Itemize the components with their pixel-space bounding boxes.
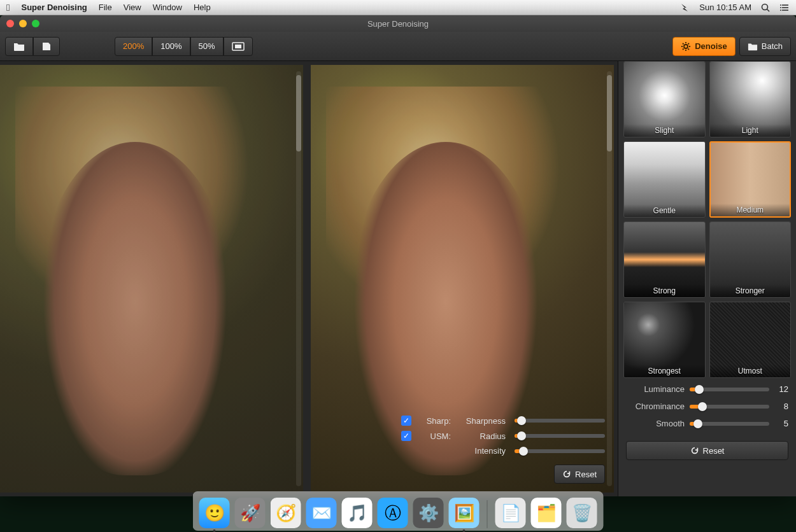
spotlight-icon[interactable] xyxy=(760,3,771,13)
chrominance-slider[interactable] xyxy=(690,405,769,409)
scrollbar-vertical[interactable] xyxy=(296,71,301,486)
menu-window[interactable]: Window xyxy=(153,3,182,12)
dock-trash[interactable]: 🗑️ xyxy=(567,498,597,528)
menu-view[interactable]: View xyxy=(124,3,141,12)
sharpening-panel: ✓ Sharp: Sharpness ✓ USM: Radius Intensi… xyxy=(401,416,605,484)
zoom-50[interactable]: 50% xyxy=(190,37,224,56)
radius-label: Radius xyxy=(457,431,508,441)
app-window: Super Denoising 200% 100% 50% Denoise xyxy=(0,15,796,496)
menu-file[interactable]: File xyxy=(99,3,112,12)
preset-gentle[interactable]: Gentle xyxy=(623,141,706,218)
dock-itunes[interactable]: 🎵 xyxy=(342,498,373,528)
preset-stronger[interactable]: Stronger xyxy=(709,221,792,298)
svg-point-5 xyxy=(780,4,781,6)
side-panel: Slight Light Gentle Medium Strong Strong… xyxy=(618,61,796,496)
menubar-clock[interactable]: Sun 10:15 AM xyxy=(699,3,751,12)
dock-folder[interactable]: 🗂️ xyxy=(531,498,562,528)
folder-icon xyxy=(13,42,25,51)
zoom-fit[interactable] xyxy=(224,37,253,56)
svg-point-10 xyxy=(684,45,688,48)
window-titlebar[interactable]: Super Denoising xyxy=(0,15,796,32)
scrollbar-vertical[interactable] xyxy=(607,71,612,486)
zoom-200[interactable]: 200% xyxy=(115,37,152,56)
gear-icon xyxy=(681,41,691,52)
radius-slider[interactable] xyxy=(515,434,605,438)
preset-strong[interactable]: Strong xyxy=(623,221,706,298)
macos-dock: 🙂 🚀 🧭 ✉️ 🎵 Ⓐ ⚙️ 🖼️ 📄 🗂️ 🗑️ xyxy=(193,491,604,531)
tab-batch[interactable]: Batch xyxy=(739,37,791,56)
tab-denoise[interactable]: Denoise xyxy=(672,37,736,56)
intensity-label: Intensity xyxy=(457,446,508,456)
dock-document[interactable]: 📄 xyxy=(495,498,526,528)
fit-screen-icon xyxy=(232,42,245,51)
sharpness-slider[interactable] xyxy=(515,419,605,423)
dock-mail[interactable]: ✉️ xyxy=(306,498,337,528)
dock-settings[interactable]: ⚙️ xyxy=(413,498,444,528)
svg-line-16 xyxy=(688,48,690,50)
preview-processed[interactable]: ✓ Sharp: Sharpness ✓ USM: Radius Intensi… xyxy=(311,65,614,493)
preview-area: ✓ Sharp: Sharpness ✓ USM: Radius Intensi… xyxy=(0,61,618,496)
open-button[interactable] xyxy=(5,37,33,56)
preset-utmost[interactable]: Utmost xyxy=(709,302,792,378)
preview-original[interactable] xyxy=(0,65,303,493)
luminance-label: Luminance xyxy=(626,384,685,394)
chrominance-value: 8 xyxy=(774,402,788,411)
overlay-reset-button[interactable]: Reset xyxy=(554,465,605,484)
chrominance-label: Chrominance xyxy=(626,402,685,411)
preset-grid: Slight Light Gentle Medium Strong Strong… xyxy=(618,61,796,378)
svg-point-0 xyxy=(762,4,768,10)
dock-launchpad[interactable]: 🚀 xyxy=(235,498,266,528)
dock-finder[interactable]: 🙂 xyxy=(199,498,230,528)
window-minimize-button[interactable] xyxy=(19,20,27,27)
smooth-value: 5 xyxy=(774,419,788,428)
preset-light[interactable]: Light xyxy=(709,61,792,137)
dock-preview[interactable]: 🖼️ xyxy=(449,498,480,528)
menubar-app-name[interactable]: Super Denoising xyxy=(21,3,87,12)
macos-menubar:  Super Denoising File View Window Help … xyxy=(0,0,796,15)
svg-point-7 xyxy=(780,10,781,11)
luminance-value: 12 xyxy=(774,384,788,394)
luminance-slider[interactable] xyxy=(690,388,769,391)
usm-checkbox[interactable]: ✓ xyxy=(401,431,411,441)
svg-rect-9 xyxy=(235,45,241,48)
svg-line-1 xyxy=(767,9,770,11)
apple-menu-icon[interactable]:  xyxy=(6,2,10,13)
zoom-group: 200% 100% 50% xyxy=(115,37,253,56)
toolbar: 200% 100% 50% Denoise Batch xyxy=(0,32,796,61)
save-icon xyxy=(41,41,52,52)
menubar-list-icon[interactable] xyxy=(779,3,790,13)
save-button[interactable] xyxy=(33,37,60,56)
window-close-button[interactable] xyxy=(6,20,14,27)
menu-help[interactable]: Help xyxy=(194,3,211,12)
refresh-icon xyxy=(562,470,571,479)
smooth-slider[interactable] xyxy=(690,422,769,426)
dock-separator xyxy=(487,500,488,528)
preset-strongest[interactable]: Strongest xyxy=(623,302,706,378)
dock-appstore[interactable]: Ⓐ xyxy=(378,498,408,528)
sharp-checkbox[interactable]: ✓ xyxy=(401,416,411,426)
sharp-label: Sharp: xyxy=(418,416,451,426)
side-reset-button[interactable]: Reset xyxy=(626,441,788,460)
menubar-status-icon[interactable] xyxy=(680,3,690,13)
window-zoom-button[interactable] xyxy=(32,20,39,27)
preset-slight[interactable]: Slight xyxy=(623,61,706,137)
svg-line-17 xyxy=(683,48,684,50)
preset-medium[interactable]: Medium xyxy=(709,141,792,218)
dock-safari[interactable]: 🧭 xyxy=(271,498,301,528)
sharpness-label: Sharpness xyxy=(457,416,508,426)
zoom-100[interactable]: 100% xyxy=(152,37,190,56)
smooth-label: Smooth xyxy=(626,419,685,428)
window-title: Super Denoising xyxy=(0,19,796,29)
tab-batch-label: Batch xyxy=(762,41,783,51)
tab-denoise-label: Denoise xyxy=(695,41,727,51)
intensity-slider[interactable] xyxy=(515,449,605,453)
svg-point-6 xyxy=(780,7,781,8)
svg-line-18 xyxy=(688,43,690,45)
folder-icon xyxy=(748,42,758,51)
usm-label: USM: xyxy=(418,431,451,441)
refresh-icon xyxy=(690,446,699,455)
svg-line-15 xyxy=(683,43,684,45)
